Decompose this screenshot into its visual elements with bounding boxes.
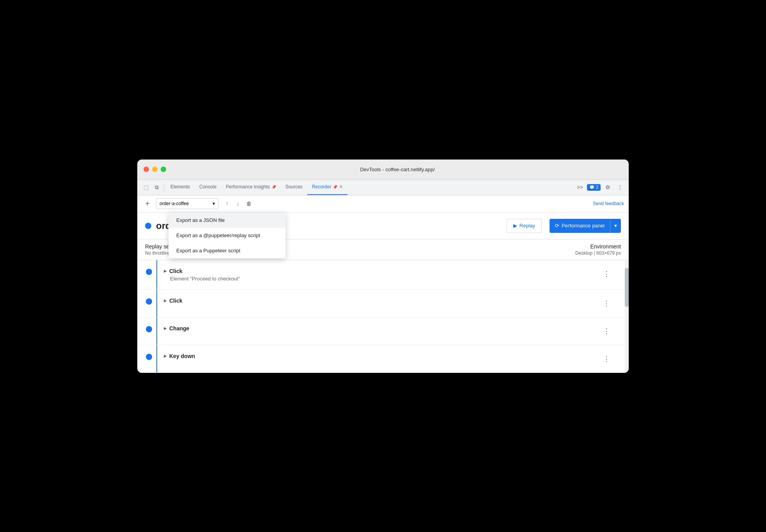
add-recording-btn[interactable]: + xyxy=(142,198,153,209)
devtools-window: DevTools - coffee-cart.netlify.app/ ⬚ ⧉ … xyxy=(137,160,629,373)
delete-btn[interactable]: 🗑 xyxy=(243,198,254,209)
event-name-1: Click xyxy=(169,268,182,274)
timeline-content-4: ▶ Key down xyxy=(161,353,600,359)
event-header-1: ▶ Click xyxy=(164,268,597,274)
maximize-button[interactable] xyxy=(161,167,166,172)
timeline-item-4: ▶ Key down ⋮ xyxy=(137,345,629,373)
recording-status-dot xyxy=(145,223,151,229)
window-title: DevTools - coffee-cart.netlify.app/ xyxy=(172,167,622,172)
send-feedback-link[interactable]: Send feedback xyxy=(593,201,624,206)
timeline-dot-4 xyxy=(146,354,152,360)
timeline-dot-1 xyxy=(146,269,152,275)
expand-icon-3[interactable]: ▶ xyxy=(164,326,167,330)
title-bar: DevTools - coffee-cart.netlify.app/ xyxy=(137,160,629,180)
traffic-lights xyxy=(144,167,166,172)
expand-icon-4[interactable]: ▶ xyxy=(164,354,167,358)
recorder-pin-icon: 📌 xyxy=(333,185,337,189)
tab-console[interactable]: Console xyxy=(195,179,221,195)
scrollbar-thumb[interactable] xyxy=(625,268,629,307)
cursor-tool-btn[interactable]: ⬚ xyxy=(140,182,151,193)
dropdown-chevron-icon: ▾ xyxy=(213,201,215,206)
event-name-4: Key down xyxy=(169,353,195,359)
event-header-2: ▶ Click xyxy=(164,298,597,304)
tab-recorder[interactable]: Recorder 📌 ✕ xyxy=(307,179,348,195)
recorder-close-icon[interactable]: ✕ xyxy=(339,184,343,190)
chat-badge[interactable]: 💬 2 xyxy=(587,184,601,191)
more-options-btn[interactable]: ⋮ xyxy=(615,182,626,193)
timeline-content-3: ▶ Change xyxy=(161,325,600,332)
item-more-btn-2[interactable]: ⋮ xyxy=(600,298,613,309)
event-name-3: Change xyxy=(169,325,189,332)
env-detail: Desktop | 603×679 px xyxy=(575,250,621,256)
item-more-btn-1[interactable]: ⋮ xyxy=(600,268,613,280)
performance-panel-dropdown[interactable]: ▾ xyxy=(610,219,621,233)
close-button[interactable] xyxy=(144,167,149,172)
item-more-btn-3[interactable]: ⋮ xyxy=(600,325,613,337)
environment-section: Environment Desktop | 603×679 px xyxy=(575,243,621,256)
perf-panel-btn-group: ⟳ Performance panel ▾ xyxy=(546,219,621,233)
dot-container-4 xyxy=(137,353,161,360)
perf-panel-icon: ⟳ xyxy=(555,223,559,229)
timeline-content-area: ▶ Click Element "Proceed to checkout" ⋮ … xyxy=(137,260,629,373)
dot-container-3 xyxy=(137,325,161,332)
performance-pin-icon: 📌 xyxy=(271,185,276,189)
export-json-item[interactable]: Export as a JSON file xyxy=(168,213,285,228)
timeline-item-1: ▶ Click Element "Proceed to checkout" ⋮ xyxy=(137,260,629,290)
performance-panel-button[interactable]: ⟳ Performance panel xyxy=(550,219,610,233)
timeline-wrapper: ▶ Click Element "Proceed to checkout" ⋮ … xyxy=(137,260,629,373)
dropdown-menu: Export as a JSON file Export as a @puppe… xyxy=(168,213,285,258)
recording-name-display: order-a-coffee xyxy=(160,201,213,206)
dot-container-1 xyxy=(137,268,161,275)
timeline-content-1: ▶ Click Element "Proceed to checkout" xyxy=(161,268,600,282)
item-actions-1: ⋮ xyxy=(600,268,621,280)
timeline-item-2: ▶ Click ⋮ xyxy=(137,290,629,317)
recording-selector[interactable]: order-a-coffee ▾ xyxy=(156,198,218,209)
item-actions-2: ⋮ xyxy=(600,298,621,309)
tab-separator xyxy=(164,183,164,191)
timeline-dot-3 xyxy=(146,326,152,332)
replay-button[interactable]: ▶ Replay xyxy=(507,219,542,233)
more-tabs-btn[interactable]: >> xyxy=(574,182,585,193)
export-puppeteer-replay-item[interactable]: Export as a @puppeteer/replay script xyxy=(168,228,285,243)
timeline-dot-2 xyxy=(146,298,152,305)
event-desc-1: Element "Proceed to checkout" xyxy=(164,276,597,282)
expand-icon-2[interactable]: ▶ xyxy=(164,298,167,303)
scrollbar-track[interactable] xyxy=(625,260,629,373)
settings-btn[interactable]: ⚙ xyxy=(602,182,613,193)
event-header-4: ▶ Key down xyxy=(164,353,597,359)
event-header-3: ▶ Change xyxy=(164,325,597,332)
item-more-btn-4[interactable]: ⋮ xyxy=(600,353,613,365)
devtools-tab-bar: ⬚ ⧉ Elements Console Performance insight… xyxy=(137,180,629,195)
timeline-item-3: ▶ Change ⋮ xyxy=(137,317,629,345)
replay-icon: ▶ xyxy=(513,223,517,229)
export-puppeteer-item[interactable]: Export as a Puppeteer script xyxy=(168,243,285,258)
replay-btn-group: ▶ Replay xyxy=(507,219,542,233)
expand-icon-1[interactable]: ▶ xyxy=(164,269,167,273)
tab-actions: >> 💬 2 ⚙ ⋮ xyxy=(574,182,626,193)
tab-performance-insights[interactable]: Performance insights 📌 xyxy=(221,179,281,195)
item-actions-3: ⋮ xyxy=(600,325,621,337)
tab-elements[interactable]: Elements xyxy=(166,179,195,195)
export-btn[interactable]: ↑ xyxy=(222,198,232,209)
recorder-toolbar: + order-a-coffee ▾ ↑ ↓ 🗑 Export as a JSO… xyxy=(137,195,629,213)
chat-icon: 💬 xyxy=(589,185,595,190)
event-name-2: Click xyxy=(169,298,182,304)
timeline-content-2: ▶ Click xyxy=(161,298,600,304)
item-actions-4: ⋮ xyxy=(600,353,621,365)
import-btn[interactable]: ↓ xyxy=(232,198,243,209)
dot-container-2 xyxy=(137,298,161,305)
minimize-button[interactable] xyxy=(152,167,158,172)
tab-sources[interactable]: Sources xyxy=(281,179,307,195)
device-mode-btn[interactable]: ⧉ xyxy=(151,182,162,193)
